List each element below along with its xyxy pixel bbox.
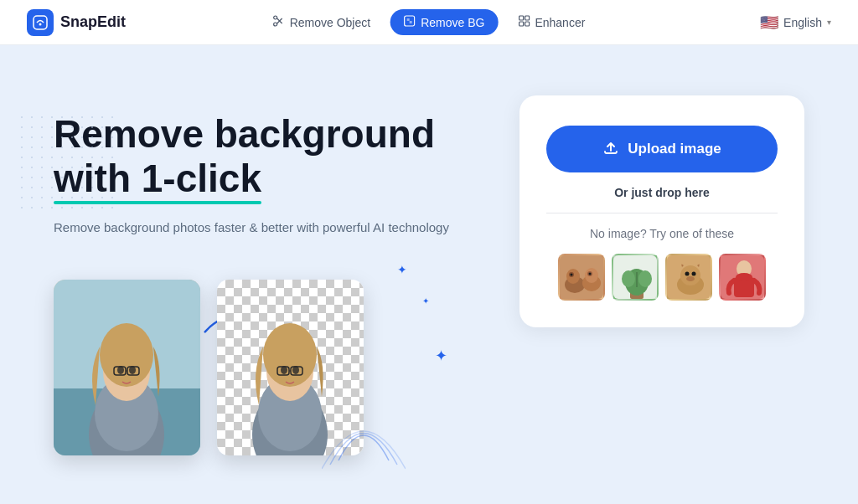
- logo-text: SnapEdit: [60, 13, 126, 31]
- sparkle-icon-1: ✦: [397, 263, 407, 276]
- upload-panel: Upload image Or just drop here No image?…: [519, 95, 804, 327]
- sample-image-person-red[interactable]: [719, 254, 766, 301]
- sparkle-icon-2: ✦: [422, 296, 429, 306]
- svg-point-46: [638, 270, 652, 287]
- chevron-down-icon: ▾: [827, 18, 831, 27]
- nav: Remove Object Remove BG Enh: [260, 9, 599, 35]
- enhancer-icon: [518, 15, 530, 29]
- main-content: Remove background with 1-click Remove ba…: [0, 45, 858, 504]
- sparkle-icon-3: ✦: [435, 347, 447, 365]
- svg-point-1: [39, 23, 42, 25]
- svg-point-2: [274, 23, 277, 26]
- svg-point-52: [692, 272, 696, 276]
- remove-bg-icon: [404, 15, 416, 29]
- hero-subtitle: Remove background photos faster & better…: [54, 218, 456, 238]
- nav-remove-bg[interactable]: Remove BG: [390, 9, 498, 35]
- language-label: English: [783, 16, 822, 29]
- logo[interactable]: SnapEdit: [27, 9, 126, 36]
- nav-remove-object-label: Remove Object: [290, 16, 370, 29]
- upload-button-label: Upload image: [628, 141, 721, 157]
- svg-point-57: [736, 273, 752, 281]
- nav-enhancer[interactable]: Enhancer: [504, 9, 598, 35]
- svg-point-53: [686, 276, 695, 281]
- hero-title: Remove background with 1-click: [54, 112, 469, 201]
- logo-icon: [27, 9, 54, 36]
- sample-image-single-dog[interactable]: [665, 254, 712, 301]
- hero-title-line2: with 1-click: [54, 157, 261, 201]
- upload-image-button[interactable]: Upload image: [546, 126, 778, 172]
- language-selector[interactable]: 🇺🇸 English ▾: [760, 13, 831, 32]
- nav-remove-bg-label: Remove BG: [421, 16, 484, 29]
- svg-point-51: [685, 272, 690, 276]
- svg-point-50: [680, 265, 700, 285]
- sample-image-dogs[interactable]: [558, 254, 605, 301]
- try-text: No image? Try one of these: [590, 227, 734, 240]
- sample-images-list: [558, 254, 766, 301]
- svg-rect-11: [519, 22, 523, 26]
- svg-rect-12: [525, 22, 529, 26]
- nav-remove-object[interactable]: Remove Object: [260, 9, 384, 35]
- scissors-icon: [273, 15, 285, 29]
- sample-image-plant[interactable]: [612, 254, 659, 301]
- divider: [546, 213, 778, 213]
- hero-title-line1: Remove background: [54, 112, 435, 156]
- svg-rect-7: [407, 18, 410, 21]
- header: SnapEdit Remove Object Re: [0, 0, 858, 45]
- svg-point-40: [571, 274, 573, 276]
- upload-icon: [602, 139, 619, 160]
- drop-text: Or just drop here: [614, 186, 710, 199]
- svg-point-41: [589, 273, 592, 275]
- svg-rect-8: [410, 21, 412, 23]
- hero-section: Remove background with 1-click Remove ba…: [54, 95, 469, 455]
- svg-rect-9: [519, 16, 523, 20]
- svg-rect-0: [34, 16, 47, 29]
- svg-point-27: [263, 323, 317, 387]
- svg-point-18: [100, 323, 153, 387]
- svg-point-3: [274, 16, 277, 19]
- svg-point-45: [622, 270, 635, 287]
- nav-enhancer-label: Enhancer: [535, 16, 585, 29]
- preview-area: 😍: [54, 280, 469, 455]
- arc-decoration: [322, 393, 406, 481]
- flag-icon: 🇺🇸: [760, 13, 778, 32]
- svg-rect-10: [525, 16, 529, 20]
- preview-original-image: [54, 280, 200, 455]
